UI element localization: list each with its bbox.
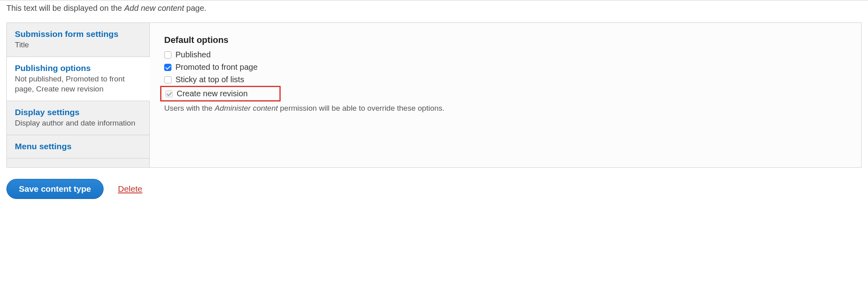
tab-title: Submission form settings [15, 28, 141, 39]
promoted-label[interactable]: Promoted to front page [175, 63, 258, 72]
panel-publishing-options: Default options Published Promoted to fr… [150, 23, 861, 167]
tab-publishing-options[interactable]: Publishing options Not published, Promot… [7, 57, 150, 101]
published-checkbox[interactable] [164, 51, 171, 59]
sticky-label[interactable]: Sticky at top of lists [175, 75, 244, 84]
tab-display-settings[interactable]: Display settings Display author and date… [7, 101, 149, 135]
form-actions: Save content type Delete [0, 168, 868, 210]
tab-menu-settings[interactable]: Menu settings [7, 135, 149, 158]
option-published-row: Published [164, 49, 847, 61]
panel-help-suffix: permission will be able to override thes… [278, 104, 444, 112]
help-prefix: This text will be displayed on the [6, 4, 124, 12]
save-button[interactable]: Save content type [6, 179, 104, 199]
revision-highlight-box: Create new revision [160, 86, 281, 101]
delete-link[interactable]: Delete [118, 184, 143, 194]
option-sticky-row: Sticky at top of lists [164, 73, 847, 86]
tab-title: Menu settings [15, 141, 141, 152]
panel-help-text: Users with the Administer content permis… [164, 104, 847, 113]
tab-summary: Display author and date information [15, 118, 141, 128]
published-label[interactable]: Published [175, 50, 211, 59]
revision-label: Create new revision [177, 89, 248, 98]
help-italic: Add new content [124, 4, 184, 12]
tab-submission-form-settings[interactable]: Submission form settings Title [7, 23, 149, 57]
tab-summary: Title [15, 40, 141, 50]
panel-heading: Default options [164, 35, 847, 45]
revision-checkbox [165, 90, 173, 97]
description-help-text: This text will be displayed on the Add n… [0, 0, 868, 17]
tab-summary: Not published, Promoted to front page, C… [15, 74, 141, 94]
help-suffix: page. [184, 4, 207, 12]
panel-help-italic: Administer content [215, 104, 278, 112]
vertical-tabs-list: Submission form settings Title Publishin… [7, 23, 150, 167]
tab-title: Display settings [15, 107, 141, 118]
promoted-checkbox[interactable] [164, 64, 171, 71]
option-promoted-row: Promoted to front page [164, 61, 847, 73]
option-revision-row: Create new revision [165, 87, 276, 100]
sticky-checkbox[interactable] [164, 76, 171, 83]
vertical-tabs-container: Submission form settings Title Publishin… [6, 22, 862, 168]
panel-help-prefix: Users with the [164, 104, 215, 112]
tab-title: Publishing options [15, 63, 141, 73]
